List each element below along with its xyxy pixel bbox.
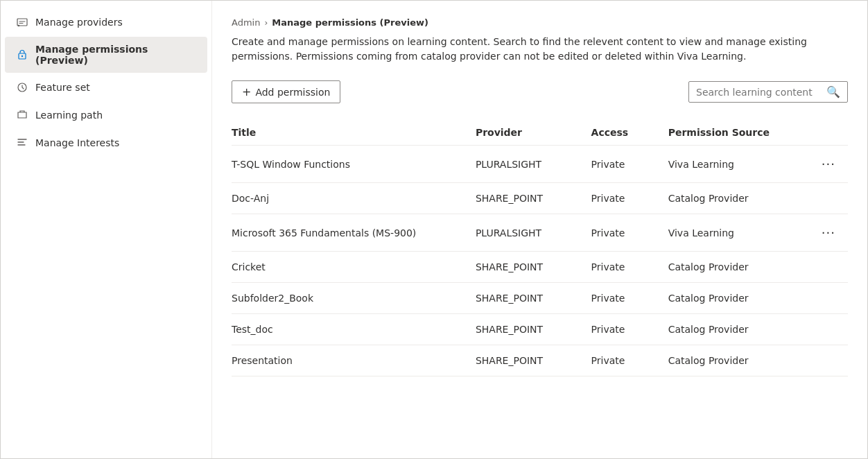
cell-provider: SHARE_POINT <box>476 183 591 214</box>
sidebar-item-label: Manage permissions (Preview) <box>35 44 196 66</box>
col-header-provider: Provider <box>476 120 591 146</box>
cell-provider: SHARE_POINT <box>476 252 591 283</box>
table-header: Title Provider Access Permission Source <box>232 120 848 146</box>
breadcrumb-current: Manage permissions (Preview) <box>272 17 428 28</box>
feature-set-icon <box>16 81 28 94</box>
permissions-table: Title Provider Access Permission Source … <box>232 120 848 376</box>
svg-point-3 <box>21 55 23 57</box>
col-header-access: Access <box>591 120 668 146</box>
cell-access: Private <box>591 183 668 214</box>
sidebar-item-label: Learning path <box>35 110 103 121</box>
sidebar: Manage providersManage permissions (Prev… <box>1 1 212 458</box>
col-header-actions <box>809 120 848 146</box>
sidebar-item-manage-interests[interactable]: Manage Interests <box>5 130 207 156</box>
cell-access: Private <box>591 214 668 252</box>
manage-interests-icon <box>16 137 28 149</box>
more-options-button[interactable]: ··· <box>817 224 840 241</box>
search-box: 🔍 <box>688 81 848 103</box>
table-row: Test_docSHARE_POINTPrivateCatalog Provid… <box>232 314 848 345</box>
cell-provider: SHARE_POINT <box>476 314 591 345</box>
toolbar: + Add permission 🔍 <box>232 80 848 103</box>
cell-access: Private <box>591 146 668 183</box>
cell-source: Viva Learning <box>668 214 810 252</box>
cell-actions <box>809 283 848 314</box>
cell-source: Catalog Provider <box>668 314 810 345</box>
svg-point-1 <box>18 25 19 26</box>
sidebar-item-learning-path[interactable]: Learning path <box>5 102 207 128</box>
cell-provider: SHARE_POINT <box>476 345 591 376</box>
cell-actions: ··· <box>809 214 848 252</box>
table-row: Microsoft 365 Fundamentals (MS-900)PLURA… <box>232 214 848 252</box>
cell-source: Catalog Provider <box>668 183 810 214</box>
cell-actions <box>809 183 848 214</box>
table-row: PresentationSHARE_POINTPrivateCatalog Pr… <box>232 345 848 376</box>
sidebar-item-label: Feature set <box>35 82 90 93</box>
page-description: Create and manage permissions on learnin… <box>232 35 828 64</box>
table-row: CricketSHARE_POINTPrivateCatalog Provide… <box>232 252 848 283</box>
breadcrumb-root: Admin <box>232 17 260 28</box>
cell-title: Test_doc <box>232 314 476 345</box>
add-permission-button[interactable]: + Add permission <box>232 80 340 103</box>
cell-title: Microsoft 365 Fundamentals (MS-900) <box>232 214 476 252</box>
col-header-source: Permission Source <box>668 120 810 146</box>
sidebar-item-feature-set[interactable]: Feature set <box>5 74 207 101</box>
cell-provider: PLURALSIGHT <box>476 146 591 183</box>
table-row: Doc-AnjSHARE_POINTPrivateCatalog Provide… <box>232 183 848 214</box>
col-header-title: Title <box>232 120 476 146</box>
cell-provider: PLURALSIGHT <box>476 214 591 252</box>
sidebar-item-manage-permissions[interactable]: Manage permissions (Preview) <box>5 37 207 73</box>
cell-access: Private <box>591 345 668 376</box>
cell-title: Subfolder2_Book <box>232 283 476 314</box>
learning-path-icon <box>16 109 28 121</box>
cell-access: Private <box>591 252 668 283</box>
cell-actions: ··· <box>809 146 848 183</box>
cell-source: Catalog Provider <box>668 252 810 283</box>
sidebar-item-label: Manage providers <box>35 17 123 28</box>
table-body: T-SQL Window FunctionsPLURALSIGHTPrivate… <box>232 146 848 376</box>
search-input[interactable] <box>696 87 822 98</box>
add-permission-label: Add permission <box>255 87 330 98</box>
cell-source: Viva Learning <box>668 146 810 183</box>
sidebar-item-label: Manage Interests <box>35 137 119 148</box>
table-row: Subfolder2_BookSHARE_POINTPrivateCatalog… <box>232 283 848 314</box>
cell-source: Catalog Provider <box>668 345 810 376</box>
manage-permissions-icon <box>16 49 28 61</box>
breadcrumb-chevron-icon: › <box>264 18 268 28</box>
cell-actions <box>809 314 848 345</box>
table-row: T-SQL Window FunctionsPLURALSIGHTPrivate… <box>232 146 848 183</box>
breadcrumb: Admin › Manage permissions (Preview) <box>232 17 848 28</box>
cell-provider: SHARE_POINT <box>476 283 591 314</box>
cell-actions <box>809 252 848 283</box>
cell-source: Catalog Provider <box>668 283 810 314</box>
cell-access: Private <box>591 283 668 314</box>
sidebar-item-manage-providers[interactable]: Manage providers <box>5 9 207 35</box>
more-options-button[interactable]: ··· <box>817 155 840 173</box>
manage-providers-icon <box>16 16 28 28</box>
cell-title: T-SQL Window Functions <box>232 146 476 183</box>
search-icon: 🔍 <box>826 85 840 98</box>
main-content: Admin › Manage permissions (Preview) Cre… <box>212 1 867 458</box>
cell-title: Doc-Anj <box>232 183 476 214</box>
cell-title: Cricket <box>232 252 476 283</box>
plus-icon: + <box>242 85 251 98</box>
cell-access: Private <box>591 314 668 345</box>
svg-rect-0 <box>17 19 27 26</box>
cell-title: Presentation <box>232 345 476 376</box>
cell-actions <box>809 345 848 376</box>
